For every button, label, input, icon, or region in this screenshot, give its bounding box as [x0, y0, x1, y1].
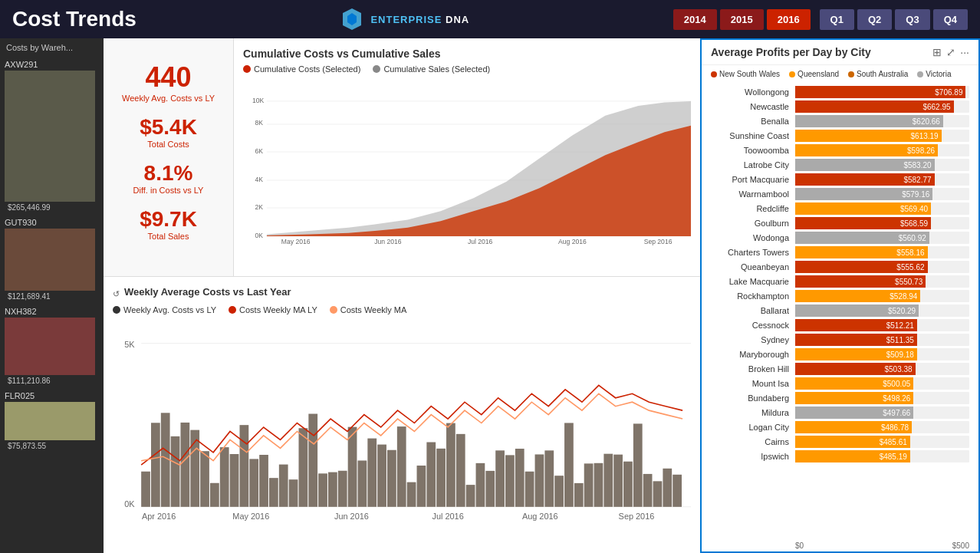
svg-rect-52	[426, 443, 436, 507]
bar-city-label: Rockhampton	[711, 291, 795, 301]
sidebar-item[interactable]: NXH382$111,210.86	[0, 304, 104, 388]
bar-city-label: Goulburn	[711, 219, 795, 228]
bar-track: $620.66	[795, 115, 969, 127]
bar-row[interactable]: Logan City$486.78	[711, 421, 969, 433]
bar-row[interactable]: Cessnock$512.21	[711, 319, 969, 331]
bar-row[interactable]: Cairns$485.61	[711, 436, 969, 448]
expand-icon[interactable]: ⊞	[932, 46, 942, 58]
svg-rect-73	[633, 423, 643, 506]
svg-text:Jun 2016: Jun 2016	[334, 512, 369, 521]
svg-text:May 2016: May 2016	[232, 512, 269, 521]
bar-city-label: Ballarat	[711, 306, 795, 315]
svg-rect-41	[318, 473, 327, 506]
warehouse-label: FLR025	[5, 390, 99, 402]
bar-track: $520.29	[795, 304, 969, 317]
bar-city-label: Cairns	[711, 437, 795, 446]
metrics-and-chart: 440 Weekly Avg. Costs vs LY $5.4K Total …	[104, 38, 700, 276]
bar-row[interactable]: Ipswich$485.19	[711, 450, 969, 462]
costs-weekly-ma-dot	[330, 306, 337, 314]
warehouse-value: $75,873.55	[5, 440, 99, 452]
bar-track: $560.92	[795, 232, 969, 244]
year-2014-button[interactable]: 2014	[673, 9, 717, 30]
sidebar-item[interactable]: GUT930$121,689.41	[0, 215, 104, 304]
bar-track: $579.16	[795, 188, 969, 200]
bar-row[interactable]: Wodonga$560.92	[711, 232, 969, 244]
year-2016-button[interactable]: 2016	[767, 9, 811, 30]
bar-row[interactable]: Sydney$511.35	[711, 334, 969, 346]
bar-row[interactable]: Redcliffe$569.40	[711, 202, 969, 215]
total-costs-label: Total Costs	[147, 140, 189, 149]
legend-dot	[711, 71, 717, 77]
q4-button[interactable]: Q4	[933, 9, 968, 30]
bar-fill: $512.21	[795, 319, 917, 331]
sidebar-item[interactable]: FLR025$75,873.55	[0, 388, 104, 453]
bar-fill: $528.94	[795, 290, 920, 302]
main-content: Costs by Wareh... AXW291$265,446.99GUT93…	[0, 38, 980, 553]
year-2015-button[interactable]: 2015	[720, 9, 764, 30]
svg-rect-43	[338, 471, 347, 507]
bar-row[interactable]: Rockhampton$528.94	[711, 290, 969, 302]
bar-row[interactable]: Maryborough$509.18	[711, 348, 969, 360]
bar-track: $528.94	[795, 290, 969, 302]
svg-rect-49	[397, 426, 406, 507]
bar-row[interactable]: Toowoomba$598.26	[711, 144, 969, 156]
bar-row[interactable]: Mount Isa$500.05	[711, 377, 969, 390]
logo: ENTERPRISE DNA	[340, 7, 469, 31]
bar-row[interactable]: Ballarat$520.29	[711, 304, 969, 317]
svg-rect-40	[308, 414, 317, 507]
q2-button[interactable]: Q2	[857, 9, 892, 30]
more-icon[interactable]: ···	[960, 46, 969, 58]
legend-costs-weekly-ma: Costs Weekly MA	[330, 305, 407, 314]
bar-row[interactable]: Bundaberg$498.26	[711, 392, 969, 404]
svg-rect-66	[564, 423, 574, 506]
svg-rect-26	[171, 436, 180, 507]
bar-fill: $558.16	[795, 246, 928, 258]
bar-chart-container[interactable]: Wollongong$706.89Newcastle$662.95Benalla…	[702, 83, 978, 540]
page-title: Cost Trends	[12, 7, 136, 31]
svg-rect-74	[643, 474, 653, 507]
bar-fill: $582.77	[795, 173, 935, 186]
bar-row[interactable]: Newcastle$662.95	[711, 100, 969, 113]
svg-rect-58	[485, 471, 495, 507]
bar-row[interactable]: Lake Macquarie$550.73	[711, 275, 969, 288]
right-panel: Average Profits per Day by City ⊞ ⤢ ··· …	[700, 38, 980, 553]
sidebar-item[interactable]: AXW291$265,446.99	[0, 57, 104, 215]
svg-rect-56	[466, 485, 475, 507]
svg-text:2K: 2K	[255, 203, 263, 211]
bar-row[interactable]: Wollongong$706.89	[711, 86, 969, 98]
bar-city-label: Warrnambool	[711, 189, 795, 199]
bar-row[interactable]: Broken Hill$503.38	[711, 363, 969, 375]
bar-city-label: Lake Macquarie	[711, 277, 795, 286]
svg-text:8K: 8K	[255, 119, 263, 127]
svg-rect-60	[505, 455, 515, 506]
svg-rect-70	[603, 454, 613, 507]
bar-row[interactable]: Benalla$620.66	[711, 115, 969, 127]
bar-track: $583.20	[795, 159, 969, 171]
warehouse-label: NXH382	[5, 305, 99, 318]
legend-item: Queensland	[789, 70, 839, 78]
bar-row[interactable]: Warrnambool$579.16	[711, 188, 969, 200]
legend-cumulative-costs: Cumulative Costs (Selected)	[243, 64, 360, 74]
bar-city-label: Redcliffe	[711, 204, 795, 213]
q1-button[interactable]: Q1	[820, 9, 854, 30]
svg-text:Jul 2016: Jul 2016	[468, 238, 493, 245]
bar-row[interactable]: Charters Towers$558.16	[711, 246, 969, 258]
bar-row[interactable]: Port Macquarie$582.77	[711, 173, 969, 186]
bar-city-label: Wodonga	[711, 233, 795, 242]
metrics-panel: 440 Weekly Avg. Costs vs LY $5.4K Total …	[104, 38, 234, 276]
svg-rect-35	[259, 455, 268, 507]
svg-rect-72	[623, 462, 633, 507]
svg-rect-61	[515, 449, 525, 507]
q3-button[interactable]: Q3	[895, 9, 929, 30]
panel-actions[interactable]: ⊞ ⤢ ···	[932, 46, 969, 58]
bar-row[interactable]: Mildura$497.66	[711, 407, 969, 419]
bar-row[interactable]: Sunshine Coast$613.19	[711, 130, 969, 142]
svg-rect-30	[210, 483, 219, 507]
bar-row[interactable]: Goulburn$568.59	[711, 217, 969, 229]
bar-row[interactable]: Latrobe City$583.20	[711, 159, 969, 171]
svg-rect-57	[476, 463, 485, 507]
diff-value: 8.1%	[144, 161, 193, 186]
popout-icon[interactable]: ⤢	[946, 46, 955, 58]
warehouse-value: $121,689.41	[5, 291, 99, 302]
bar-row[interactable]: Queanbeyan$555.62	[711, 261, 969, 273]
